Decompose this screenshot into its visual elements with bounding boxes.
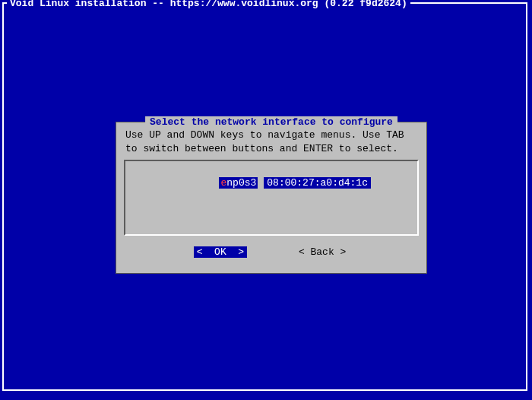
- window-title: Void Linux installation -- https://www.v…: [7, 0, 410, 9]
- interface-item[interactable]: enp0s308:00:27:a0:d4:1c: [172, 166, 371, 200]
- interface-name: enp0s3: [219, 177, 258, 189]
- back-button[interactable]: < Back >: [296, 246, 349, 258]
- dialog-title: Select the network interface to configur…: [145, 116, 397, 128]
- dialog-buttons: < OK > < Back >: [116, 246, 426, 258]
- interface-mac: 08:00:27:a0:d4:1c: [264, 177, 371, 189]
- installer-frame: Void Linux installation -- https://www.v…: [2, 2, 527, 391]
- network-dialog: Select the network interface to configur…: [116, 122, 427, 274]
- ok-button[interactable]: < OK >: [194, 246, 247, 258]
- interface-list[interactable]: enp0s308:00:27:a0:d4:1c: [124, 160, 419, 236]
